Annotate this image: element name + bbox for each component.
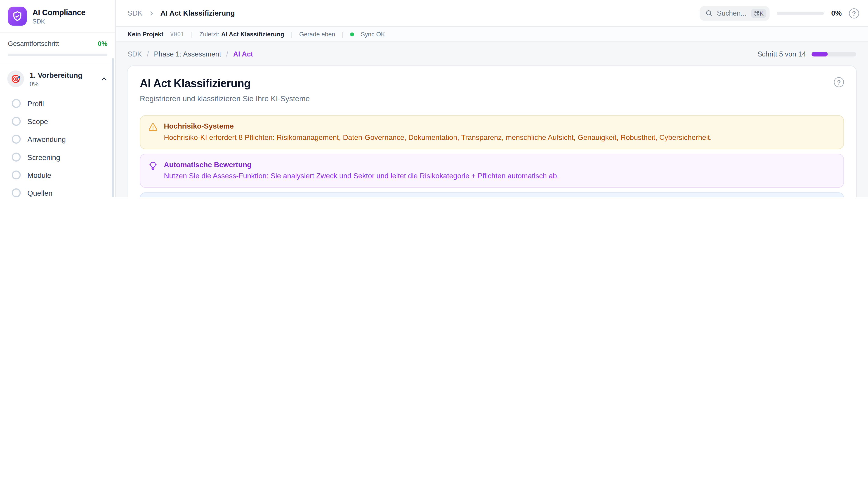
app-title: AI Compliance bbox=[33, 8, 86, 17]
divider: | bbox=[291, 31, 292, 37]
main-area: SDK AI Act Klassifizierung Suchen... ⌘K … bbox=[116, 0, 868, 197]
sidebar-item-screening[interactable]: Screening bbox=[0, 148, 115, 166]
sidebar-item-profil[interactable]: Profil bbox=[0, 94, 115, 112]
step-circle-icon bbox=[12, 135, 21, 144]
chevron-right-icon bbox=[148, 10, 155, 17]
search-placeholder: Suchen... bbox=[717, 9, 747, 17]
infobox-title: Automatische Bewertung bbox=[164, 160, 559, 169]
sidebar-nav: 🎯 1. Vorbereitung 0% Profil Scope Anwend… bbox=[0, 64, 115, 197]
info-boxes: Hochrisiko-Systeme Hochrisiko-KI erforde… bbox=[140, 115, 844, 197]
app-subtitle: SDK bbox=[33, 18, 86, 25]
topbar-progress-value: 0% bbox=[831, 9, 842, 18]
section-items: Profil Scope Anwendung Screening Module … bbox=[0, 93, 115, 197]
sidebar-item-scope[interactable]: Scope bbox=[0, 112, 115, 130]
version-badge: V001 bbox=[170, 31, 184, 37]
lightbulb-icon bbox=[148, 161, 158, 181]
page-breadcrumb: SDK / Phase 1: Assessment / AI Act bbox=[127, 51, 253, 58]
app-header: AI Compliance SDK bbox=[0, 0, 115, 33]
crumb-current: AI Act bbox=[233, 51, 253, 58]
step-progress-bar bbox=[811, 52, 856, 57]
step-circle-icon bbox=[12, 188, 21, 197]
last-action: Zuletzt: AI Act Klassifizierung bbox=[199, 31, 284, 37]
divider: | bbox=[342, 31, 343, 37]
sidebar-item-quellen[interactable]: Quellen bbox=[0, 184, 115, 197]
last-action-value: AI Act Klassifizierung bbox=[221, 31, 284, 37]
status-bar: Kein Projekt V001 | Zuletzt: AI Act Klas… bbox=[116, 27, 868, 42]
infobox-title: Hochrisiko-Systeme bbox=[164, 122, 712, 130]
app-title-block: AI Compliance SDK bbox=[33, 8, 86, 25]
step-circle-icon bbox=[12, 153, 21, 162]
crumb-root[interactable]: SDK bbox=[127, 51, 142, 58]
crumb-separator: / bbox=[226, 51, 228, 58]
page-subtitle: Registrieren und klassifizieren Sie Ihre… bbox=[140, 94, 310, 103]
app-logo-shield-icon bbox=[8, 7, 27, 26]
section-vorbereitung: 🎯 1. Vorbereitung 0% Profil Scope Anwend… bbox=[0, 64, 115, 197]
content-area: SDK / Phase 1: Assessment / AI Act Schri… bbox=[116, 42, 868, 197]
search-icon bbox=[705, 9, 712, 17]
sidebar-item-label: Module bbox=[27, 171, 51, 179]
target-icon: 🎯 bbox=[7, 70, 24, 87]
info-infobox: CRUD-Operationen KI-Systeme koennen regi… bbox=[140, 192, 844, 197]
crumb-phase[interactable]: Phase 1: Assessment bbox=[154, 51, 221, 58]
topbar: SDK AI Act Klassifizierung Suchen... ⌘K … bbox=[116, 0, 868, 27]
sidebar-scrollbar[interactable] bbox=[112, 58, 114, 197]
card-help-icon[interactable]: ? bbox=[834, 77, 844, 87]
sidebar-item-label: Screening bbox=[27, 153, 60, 161]
overall-progress-label: Gesamtfortschritt bbox=[8, 40, 59, 48]
overall-progress-value: 0% bbox=[98, 40, 107, 48]
last-action-label: Zuletzt: bbox=[199, 31, 219, 37]
topbar-progress-bar bbox=[777, 11, 824, 15]
warning-triangle-icon bbox=[148, 123, 158, 142]
chevron-up-icon[interactable] bbox=[100, 75, 108, 83]
sync-status-dot bbox=[350, 32, 354, 36]
topbar-right: Suchen... ⌘K 0% ? bbox=[700, 6, 859, 20]
step-progress-fill bbox=[811, 52, 828, 57]
step-circle-icon bbox=[12, 170, 21, 180]
overall-progress: Gesamtfortschritt 0% bbox=[0, 33, 115, 64]
tip-infobox: Automatische Bewertung Nutzen Sie die As… bbox=[140, 154, 844, 188]
sidebar-item-label: Scope bbox=[27, 117, 48, 125]
sidebar: AI Compliance SDK Gesamtfortschritt 0% 🎯… bbox=[0, 0, 116, 197]
keyboard-shortcut-badge: ⌘K bbox=[751, 8, 766, 18]
section-progress: 0% bbox=[30, 80, 83, 87]
help-icon[interactable]: ? bbox=[849, 8, 859, 18]
sidebar-item-label: Profil bbox=[27, 99, 44, 107]
breadcrumb-root[interactable]: SDK bbox=[127, 9, 143, 18]
step-label: Schritt 5 von 14 bbox=[757, 51, 806, 58]
last-time: Gerade eben bbox=[299, 31, 335, 37]
ai-act-card: AI Act Klassifizierung Registrieren und … bbox=[127, 65, 857, 197]
sidebar-item-label: Quellen bbox=[27, 189, 53, 197]
breadcrumb-current: AI Act Klassifizierung bbox=[160, 9, 235, 18]
crumb-separator: / bbox=[147, 51, 149, 58]
breadcrumb: SDK AI Act Klassifizierung bbox=[127, 9, 235, 18]
page-breadcrumb-row: SDK / Phase 1: Assessment / AI Act Schri… bbox=[127, 51, 856, 58]
step-indicator: Schritt 5 von 14 bbox=[757, 51, 856, 58]
divider: | bbox=[191, 31, 193, 37]
section-title: 1. Vorbereitung bbox=[30, 71, 83, 79]
warning-infobox: Hochrisiko-Systeme Hochrisiko-KI erforde… bbox=[140, 115, 844, 149]
search-input[interactable]: Suchen... ⌘K bbox=[700, 6, 770, 20]
overall-progress-bar bbox=[8, 54, 107, 56]
infobox-body: Nutzen Sie die Assess-Funktion: Sie anal… bbox=[164, 171, 559, 181]
section-header-vorbereitung[interactable]: 🎯 1. Vorbereitung 0% bbox=[0, 64, 115, 94]
page-title: AI Act Klassifizierung bbox=[140, 77, 310, 90]
step-circle-icon bbox=[12, 117, 21, 126]
app-root: AI Compliance SDK Gesamtfortschritt 0% 🎯… bbox=[0, 0, 868, 197]
sidebar-item-anwendung[interactable]: Anwendung bbox=[0, 130, 115, 148]
infobox-body: Hochrisiko-KI erfordert 8 Pflichten: Ris… bbox=[164, 133, 712, 142]
sidebar-item-label: Anwendung bbox=[27, 135, 66, 143]
project-status: Kein Projekt bbox=[127, 31, 163, 37]
sidebar-item-module[interactable]: Module bbox=[0, 166, 115, 184]
sync-status: Sync OK bbox=[361, 31, 385, 37]
step-circle-icon bbox=[12, 99, 21, 108]
